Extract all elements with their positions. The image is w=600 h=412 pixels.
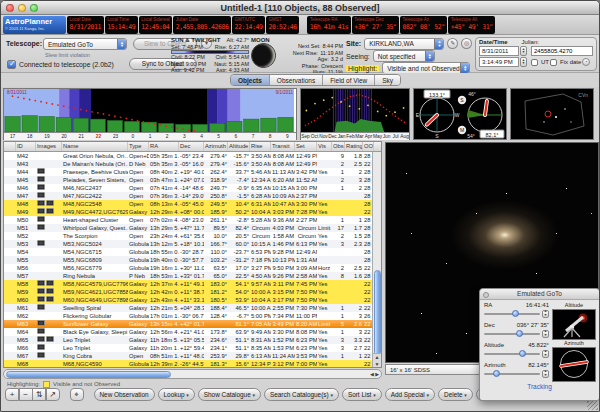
connected-checkbox[interactable] [7, 60, 16, 69]
vertical-scroll-arrows-icon[interactable]: ▲▼ [373, 353, 381, 367]
slider-track[interactable] [484, 333, 540, 335]
table-row-m65[interactable]: M65Leo TripletGalaxy11h 18m 5…+13° 05.5'… [4, 336, 381, 344]
slider-thumb[interactable] [519, 350, 526, 357]
telescope-button[interactable]: ⌖ [70, 388, 84, 401]
minimize-window-icon[interactable] [18, 4, 26, 12]
column-header-ra[interactable]: RA [149, 142, 179, 151]
button-delete[interactable]: Delete ▾ [438, 388, 473, 401]
slider-track[interactable] [484, 313, 540, 315]
window-titlebar[interactable]: Untitled-1 [110 Objects, 88 Observed] [1, 1, 599, 15]
tab-objects[interactable]: Objects [231, 75, 270, 85]
table-row-m63[interactable]: M63Sunflower GalaxyGalaxy13h 15m 4…+42° … [4, 320, 381, 328]
column-header-rating[interactable]: Rating [345, 142, 363, 151]
site-map-icon[interactable]: ◎ [461, 38, 472, 49]
night-altitude-graph[interactable]: 8/31/2011 9/1/2011 171819202122230123456… [3, 88, 297, 140]
ut-checkbox[interactable] [531, 59, 538, 66]
column-header-images[interactable]: Images [36, 142, 62, 151]
table-row-m56[interactable]: M56M56,NGC6779Globular19h 16m 1…+30° 11.… [4, 264, 381, 272]
time-stepper[interactable]: ▲▼ [520, 57, 527, 67]
tab-sky[interactable]: Sky [375, 75, 400, 85]
column-header-azimuth[interactable]: Azimuth [204, 142, 228, 151]
telescope-select[interactable]: Emulated GoTo ▲▼ [43, 38, 127, 50]
column-header-name[interactable]: Name [62, 142, 128, 151]
site-select[interactable]: KIRKLAND,WA▲▼ [364, 38, 444, 50]
table-row-m55[interactable]: M55M55,NGC6809Globular19h 40m 0…-30° 57.… [4, 256, 381, 264]
slider-stepper[interactable]: ▲▼ [542, 350, 549, 358]
column-header-rise[interactable]: Rise [250, 142, 271, 151]
slew-button[interactable]: ↗ [46, 388, 60, 401]
table-row-m61[interactable]: M61Swelling SpiralGalaxy12h 21m 5…+04° 2… [4, 304, 381, 312]
table-row-m47[interactable]: M47M47,NGC2422Open07h 36m 3…-14° 29.0'25… [4, 192, 381, 200]
table-row-m43[interactable]: M43De Mairan's Nebula (Ori…D Neb05h 35m … [4, 160, 381, 168]
table-row-m57[interactable]: M57Ring NebulaP Neb18h 53m 1…+33° 01.7'6… [4, 272, 381, 280]
slider-track[interactable] [484, 353, 540, 355]
slider-thumb[interactable] [516, 330, 523, 337]
julian-input[interactable] [531, 46, 593, 56]
column-header-oom[interactable]: OOM [363, 142, 374, 151]
close-window-icon[interactable] [6, 4, 14, 12]
table-row-m58[interactable]: M58M58,NGC4579,UGC7796Galaxy12h 37m 4…+1… [4, 280, 381, 288]
column-header-set[interactable]: Set [295, 142, 317, 151]
date-stepper[interactable]: ▲▼ [520, 46, 527, 56]
column-header-id[interactable]: ID [16, 142, 36, 151]
zoom-window-icon[interactable] [30, 4, 38, 12]
button-lookup[interactable]: Lookup ▾ [158, 388, 195, 401]
vertical-scroll-thumb[interactable] [374, 270, 381, 356]
horizontal-scroll-arrows-icon[interactable]: ◀ ▶ [370, 370, 379, 378]
table-row-m54[interactable]: M54M54,NGC6715Globular18h 55m 0…-30° 28.… [4, 248, 381, 256]
horizontal-scroll-thumb[interactable] [6, 371, 171, 378]
table-row-m48[interactable]: M48M48,NGC2548Open08h 13m 4…-05° 45.0'24… [4, 200, 381, 208]
table-row-m68[interactable]: M68M68,NGC4590Globular12h 39m 2…-26° 44.… [4, 360, 381, 368]
button-show-catalogue[interactable]: Show Catalogue ▾ [198, 388, 261, 401]
vertical-scrollbar[interactable]: ▲▼ [372, 152, 381, 367]
slider-stepper[interactable]: ▲▼ [542, 310, 549, 318]
table-row-m52[interactable]: M52The ScorpionOpen23h 24m 4…+61° 35.6'1… [4, 232, 381, 240]
table-row-m60[interactable]: M60M60,NGC4649,UGC7898Galaxy12h 43m 4…+1… [4, 296, 381, 304]
fix-date-checkbox[interactable] [550, 59, 557, 66]
emulated-goto-panel[interactable]: Emulated GoTo RA16:41:41▲▼Dec036° 27' 35… [479, 288, 600, 401]
column-header-vis[interactable]: Vis [317, 142, 332, 151]
button-sort-list[interactable]: Sort List ▾ [342, 388, 382, 401]
tracking-link[interactable]: Tracking [480, 383, 599, 390]
table-row-m42[interactable]: M42Great Orion Nebula, Ori…Open+D…05h 35… [4, 152, 381, 160]
table-row-m44[interactable]: M44Praesepe, Beehive ClusterOpen08h 40m … [4, 168, 381, 176]
column-header-type[interactable]: Type [128, 142, 149, 151]
horizontal-scrollbar[interactable]: ◀ ▶ [3, 369, 382, 379]
table-row-m53[interactable]: M53M53,NGC5024Globular13h 12m 5…+18° 10.… [4, 240, 381, 248]
tab-observations[interactable]: Observations [270, 75, 323, 85]
button-add-special[interactable]: Add Special ▾ [385, 388, 435, 401]
table-row-m46[interactable]: M46M46,NGC2437Open07h 41m 4…-14° 48.6'24… [4, 184, 381, 192]
date-field[interactable]: 8/31/2011 [479, 46, 519, 56]
slider-thumb[interactable] [493, 370, 500, 377]
table-row-m59[interactable]: M59M59,NGC4621,UGC7858Galaxy12h 42m 0…+1… [4, 288, 381, 296]
table-row-m64[interactable]: M64Black Eye Galaxy, Sleepi…Galaxy12h 56… [4, 328, 381, 336]
close-palette-icon[interactable] [483, 292, 489, 298]
column-header-dec[interactable]: Dec [179, 142, 204, 151]
table-row-m66[interactable]: M66Leo TripletGalaxy11h 20m 1…+12° 59.4'… [4, 344, 381, 352]
tab-field-of-view[interactable]: Field of View [323, 75, 375, 85]
table-row-m50[interactable]: M50Heart-shaped ClusterOpen07h 02m 4…-08… [4, 216, 381, 224]
add-button[interactable]: + [5, 388, 19, 401]
seeing-select[interactable]: Not specified▲▼ [373, 50, 435, 62]
date-now-icon[interactable]: • [582, 58, 590, 66]
table-row-m49[interactable]: M49M49,NGC4472,UGC7629Galaxy12h 29m 4…+0… [4, 208, 381, 216]
column-header-altitude[interactable]: Altitude [228, 142, 250, 151]
table-row-m62[interactable]: M62Flickering GlobularGlobular17h 01m 1…… [4, 312, 381, 320]
column-header-transit[interactable]: Transit [271, 142, 295, 151]
table-row-m67[interactable]: M67King CobraOpen08h 51m 1…+11° 48.0'253… [4, 352, 381, 360]
year-visibility-graph[interactable]: SepOctNovDecJanFebMarAprMayJunJulAug [300, 88, 410, 140]
column-header-obs[interactable]: Obs [332, 142, 345, 151]
link-button[interactable]: ⇅ [32, 388, 46, 401]
button-search-catalogue-s-[interactable]: Search Catalogue(s) ▾ [264, 388, 339, 401]
button-new-observation[interactable]: New Observation [94, 388, 155, 401]
time-field[interactable]: 3:14:49 PM [479, 57, 519, 67]
slider-stepper[interactable]: ▲▼ [542, 330, 549, 338]
edit-site-icon[interactable]: ✎ [447, 38, 458, 49]
remove-button[interactable]: − [19, 388, 33, 401]
table-row-m51[interactable]: M51Whirlpool Galaxy, Quest…Galaxy13h 29m… [4, 224, 381, 232]
goto-titlebar[interactable]: Emulated GoTo [480, 289, 599, 300]
slider-stepper[interactable]: ▲▼ [542, 370, 549, 378]
table-row-m45[interactable]: M45Pleiades, Seven Sisters, …Open03h 47m… [4, 176, 381, 184]
slider-track[interactable] [484, 373, 540, 375]
slider-thumb[interactable] [512, 310, 519, 317]
